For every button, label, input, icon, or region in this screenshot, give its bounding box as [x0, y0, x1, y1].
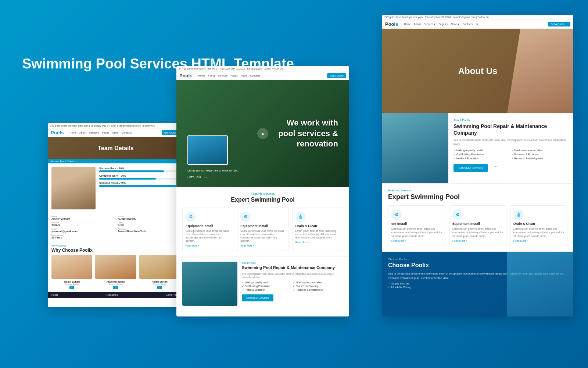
hero-heading: We work with pool services & renovation: [278, 118, 338, 149]
nav-home[interactable]: Home: [69, 131, 76, 134]
features-grid-right: Making a quality health Most premium edu…: [453, 149, 568, 160]
team-member-3: Rolen Surian Sunner Senior ⇧: [139, 255, 180, 289]
service-right-2: ⚙ Equipment Install Lorem ipsum dolor si…: [449, 205, 506, 246]
topbar-info: 247 gold street brooklyn new york | Thur…: [50, 124, 155, 127]
play-button[interactable]: [257, 128, 268, 139]
nav-services[interactable]: Services: [89, 131, 99, 134]
nav-about[interactable]: About: [79, 131, 86, 134]
topbar-right: 247 gold street brooklyn new york | Thur…: [382, 15, 573, 20]
logo-right: Pools: [385, 21, 398, 27]
hero-small-text: Let us put our expertise to work for you…: [187, 169, 239, 172]
logo-team: Pools: [51, 130, 64, 135]
navbar-right: Pools Home About Services ▾ Pages ▾ News…: [382, 20, 573, 29]
choose-bg-image: [507, 252, 573, 316]
about-company-text: About Poolix Swimming Pool Repair & Main…: [448, 113, 573, 183]
about-hero-figure: [507, 29, 573, 113]
card-footer-team: Pools Resources Get In Touch: [48, 292, 184, 298]
card-main: 247 gold street brooklyn new york | Thur…: [176, 66, 349, 316]
team-stats: Success Rate – 80% Complete Work – 70% S…: [99, 167, 180, 209]
service-card-3: 💧 Drain & Clean Lorem ipsum dolor sit am…: [292, 208, 343, 251]
service-desc-1: Sed ut perspiciatis unde omnis iste natu…: [186, 229, 230, 243]
read-more-r1[interactable]: Read More »: [391, 240, 442, 242]
svc-desc-r1: Lorem ipsum dolor sit amet, adipiscing c…: [391, 227, 442, 238]
svc-title-r3: Drain & Clean: [513, 222, 564, 226]
expert-section-right: Features Services Expert Swimming Pool ⚙…: [382, 184, 573, 252]
hero-cta[interactable]: Let's Talk: [187, 174, 208, 180]
card-right: 247 gold street brooklyn new york | Thur…: [382, 15, 573, 316]
svc-desc-r2: Lorem ipsum dolor sit amet, adipiscing c…: [452, 227, 503, 238]
hero-thumbnail: [187, 135, 228, 165]
service-right-3: 💧 Drain & Clean Lorem ipsum dolor sit am…: [510, 205, 567, 246]
service-icon-2: ⚙: [240, 212, 251, 222]
team-info: NameArcher Graham Phone+1(555) 898 Rt. P…: [48, 213, 184, 241]
breadcrumb-team: Home / Team Details: [48, 159, 184, 163]
service-title-1: Equipment Install: [186, 224, 230, 228]
hero-banner-team: Team Details: [48, 137, 184, 159]
why-choose-section: Why Choose Why Choose Poolix Rolan Suria…: [48, 241, 184, 292]
read-more-2[interactable]: Read More »: [240, 244, 285, 247]
service-cards-right: ⚙ ent Install Lorem ipsum dolor sit amet…: [388, 205, 567, 246]
team-photo-figure: [51, 167, 96, 209]
service-card-2: ⚙ Equipment Install Sed ut perspiciatis …: [237, 208, 288, 251]
service-title-3: Drain & Clean: [295, 224, 340, 228]
read-more-3[interactable]: Read More »: [295, 241, 340, 244]
pool-photo: [382, 113, 448, 183]
card-team: 247 gold street brooklyn new york | Thur…: [48, 123, 184, 307]
nav-pages[interactable]: Pages: [102, 131, 109, 134]
share-btn-2[interactable]: ⇧: [113, 286, 118, 289]
stat-complete: Complete Work – 70%: [99, 174, 180, 180]
share-btn-1[interactable]: ⇧: [69, 286, 74, 289]
logo-main: Pools: [179, 73, 192, 78]
svc-title-r2: Equipment Install: [452, 222, 503, 226]
page-title: Swimming Pool Services HTML Template: [22, 55, 294, 73]
footer-link-resources[interactable]: Resources: [105, 294, 118, 296]
footer-logo: Pools: [51, 294, 58, 296]
nav-news[interactable]: News: [112, 131, 119, 134]
about-features-main: Making a quality health Most premium edu…: [242, 281, 343, 291]
share-btn-3[interactable]: ⇧: [157, 286, 162, 289]
features-label: Features Services: [182, 192, 343, 195]
stat-success: Success Rate – 80%: [99, 167, 180, 172]
read-more-r3[interactable]: Read More »: [513, 240, 564, 242]
main-title-block: Swimming Pool Services HTML Template: [22, 55, 294, 73]
svc-icon-r3: 💧: [513, 209, 524, 220]
features-section: Features Services Expert Swimming Pool ⚙…: [176, 187, 349, 256]
service-desc-3: Lorem ipsum dolor sit amet, adipiscing c…: [295, 229, 340, 239]
service-cards: ⚙ Equipment Install Sed ut perspiciatis …: [182, 208, 343, 251]
btn-quote-main[interactable]: Get A Quote: [327, 73, 346, 78]
topbar-team: 247 gold street brooklyn new york | Thur…: [48, 123, 184, 128]
service-desc-2: Sed ut perspiciatis unde omnis iste natu…: [240, 229, 285, 243]
team-photo: [51, 167, 96, 209]
team-member-1: Rolan Surian Sunner Senior ⇧: [51, 255, 92, 289]
about-company: About Poolix Swimming Pool Repair & Main…: [382, 113, 573, 184]
member-photo-3: [139, 255, 180, 279]
read-more-r2[interactable]: Read More »: [452, 240, 503, 242]
nav-links-main: Home About Services Pages News Contacts: [198, 74, 260, 77]
navbar-main: Pools Home About Services Pages News Con…: [176, 71, 349, 80]
member-photo-1: [51, 255, 92, 279]
about-text-main: About Poolix Swimming Pool Repair & Main…: [242, 262, 343, 306]
svc-title-r1: ent Install: [391, 222, 442, 226]
features-title: Expert Swimming Pool: [182, 197, 343, 203]
hero-section-main: We work with pool services & renovation …: [176, 80, 349, 187]
read-more-1[interactable]: Read More »: [186, 244, 230, 247]
service-right-1: ⚙ ent Install Lorem ipsum dolor sit amet…: [388, 205, 445, 246]
svc-icon-r2: ⚙: [452, 209, 463, 220]
service-card-1: ⚙ Equipment Install Sed ut perspiciatis …: [182, 208, 233, 251]
service-icon-3: 💧: [295, 212, 306, 222]
navbar-team: Pools Home About Services Pages News Con…: [48, 128, 184, 137]
choose-section: Choose Poolix Choose Poolix Sed ut persp…: [382, 252, 573, 316]
service-title-2: Equipment Install: [240, 224, 285, 228]
schedule-btn-main[interactable]: Schedule Services: [242, 294, 273, 301]
btn-quote-right[interactable]: Get A Quote →: [548, 22, 570, 26]
svc-desc-r3: Lorem ipsum dolor sit amet, adipiscing c…: [513, 227, 564, 238]
signature: ~: [494, 163, 498, 170]
about-hero-title: About Us: [458, 66, 498, 76]
stat-satisfied: Satisfied Client – 95%: [99, 182, 180, 187]
team-member-2: Praximat Nixan Sunner Senior ⇧: [95, 255, 136, 289]
about-hero-right: About Us: [382, 29, 573, 113]
nav-links-right: Home About Services ▾ Pages ▾ News ▾ Con…: [404, 23, 479, 26]
nav-contacts[interactable]: Contacts: [122, 131, 132, 134]
schedule-btn-right[interactable]: Schedule Services: [453, 164, 488, 172]
team-content: Success Rate – 80% Complete Work – 70% S…: [48, 163, 184, 213]
